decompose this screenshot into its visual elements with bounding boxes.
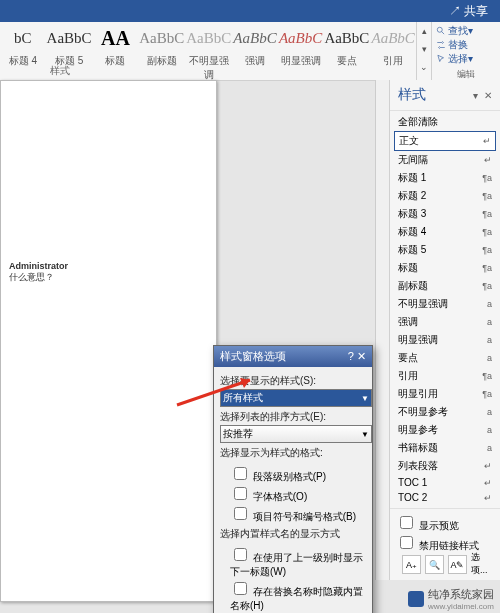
- clear-all-styles[interactable]: 全部清除: [394, 113, 496, 131]
- style-list-item[interactable]: 要点a: [394, 349, 496, 367]
- chk-font-format[interactable]: 字体格式(O): [230, 484, 366, 504]
- gallery-style-item[interactable]: AaBbC不明显强调: [185, 22, 232, 80]
- style-list-item[interactable]: 明显参考a: [394, 421, 496, 439]
- new-style-icon[interactable]: A₊: [402, 555, 421, 574]
- manage-styles-icon[interactable]: A✎: [448, 555, 467, 574]
- styles-group-label: 样式: [50, 64, 70, 78]
- ribbon: bC标题 4AaBbC标题 5AA标题AaBbC副标题AaBbC不明显强调AaB…: [0, 22, 500, 81]
- gallery-style-item[interactable]: AA标题: [93, 22, 139, 80]
- chk-list-format[interactable]: 项目符号和编号格式(B): [230, 504, 366, 524]
- document-content: Administrator 什么意思？: [1, 81, 216, 284]
- scroll-up-icon[interactable]: ▴: [417, 22, 431, 40]
- select-button[interactable]: 选择 ▾: [436, 52, 496, 66]
- gallery-style-item[interactable]: AaBbC明显强调: [278, 22, 324, 80]
- cursor-icon: [436, 54, 446, 64]
- style-list-item[interactable]: 标题 3¶a: [394, 205, 496, 223]
- gallery-style-item[interactable]: AaBbC要点: [323, 22, 370, 80]
- gallery-style-item[interactable]: AaBbC强调: [232, 22, 278, 80]
- options-link[interactable]: 选项...: [471, 555, 488, 572]
- editing-group: 查找 ▾ 替换 选择 ▾ 编辑: [431, 22, 500, 80]
- watermark: 纯净系统家园 www.yidaimei.com: [408, 587, 494, 611]
- label-format-group: 选择显示为样式的格式:: [220, 446, 366, 460]
- chevron-down-icon: ▼: [361, 430, 369, 439]
- label-sort-method: 选择列表的排序方式(E):: [220, 410, 366, 424]
- gallery-style-item[interactable]: bC标题 4: [0, 22, 46, 80]
- scroll-down-icon[interactable]: ▾: [417, 40, 431, 58]
- style-list-item[interactable]: TOC 2↵: [394, 490, 496, 505]
- gallery-style-item[interactable]: AaBbC引用: [370, 22, 416, 80]
- dialog-title: 样式窗格选项: [220, 349, 286, 364]
- style-list-item[interactable]: 不明显参考a: [394, 403, 496, 421]
- style-list-item[interactable]: 明显引用¶a: [394, 385, 496, 403]
- dialog-titlebar[interactable]: 样式窗格选项 ? ✕: [214, 346, 372, 367]
- doc-author: Administrator: [9, 261, 210, 271]
- combo-styles-to-show[interactable]: 所有样式▼: [220, 389, 372, 407]
- svg-point-0: [437, 27, 442, 32]
- style-inspector-icon[interactable]: 🔍: [425, 555, 444, 574]
- styles-pane-title: 样式: [398, 86, 426, 104]
- styles-pane-footer: 显示预览 禁用链接样式 A₊ 🔍 A✎ 选项...: [390, 508, 500, 580]
- gallery-more-icon[interactable]: ⌄: [417, 58, 431, 76]
- titlebar: ↗ 共享: [0, 0, 500, 22]
- style-list-item[interactable]: TOC 1↵: [394, 475, 496, 490]
- chk-show-next-heading[interactable]: 在使用了上一级别时显示下一标题(W): [230, 545, 366, 579]
- chevron-down-icon: ▼: [361, 394, 369, 403]
- replace-icon: [436, 40, 446, 50]
- chk-paragraph-format[interactable]: 段落级别格式(P): [230, 464, 366, 484]
- dialog-body: 选择要显示的样式(S): 所有样式▼ 选择列表的排序方式(E): 按推荐▼ 选择…: [214, 367, 372, 613]
- style-list-item[interactable]: 标题 5¶a: [394, 241, 496, 259]
- style-list-item[interactable]: 引用¶a: [394, 367, 496, 385]
- styles-pane: 样式 ▾ ✕ 全部清除 正文↵无间隔↵标题 1¶a标题 2¶a标题 3¶a标题 …: [389, 80, 500, 580]
- style-list-item[interactable]: 正文↵: [394, 131, 496, 151]
- style-pane-options-dialog: 样式窗格选项 ? ✕ 选择要显示的样式(S): 所有样式▼ 选择列表的排序方式(…: [213, 345, 373, 613]
- label-styles-to-show: 选择要显示的样式(S):: [220, 374, 366, 388]
- pane-controls: ▾ ✕: [473, 90, 492, 101]
- svg-line-1: [442, 32, 445, 35]
- replace-button[interactable]: 替换: [436, 38, 496, 52]
- gallery-style-item[interactable]: AaBbC副标题: [138, 22, 185, 80]
- style-list-item[interactable]: 书籍标题a: [394, 439, 496, 457]
- gallery-scroll[interactable]: ▴ ▾ ⌄: [416, 22, 431, 80]
- search-icon: [436, 26, 446, 36]
- chk-hide-builtin-name[interactable]: 存在替换名称时隐藏内置名称(H): [230, 579, 366, 613]
- styles-list[interactable]: 全部清除 正文↵无间隔↵标题 1¶a标题 2¶a标题 3¶a标题 4¶a标题 5…: [390, 111, 500, 508]
- dialog-close-icon[interactable]: ✕: [357, 350, 366, 362]
- style-list-item[interactable]: 标题 4¶a: [394, 223, 496, 241]
- style-list-item[interactable]: 标题 1¶a: [394, 169, 496, 187]
- find-button[interactable]: 查找 ▾: [436, 24, 496, 38]
- label-builtin-group: 选择内置样式名的显示方式: [220, 527, 366, 541]
- dialog-help-close: ? ✕: [348, 350, 366, 363]
- style-list-item[interactable]: 不明显强调a: [394, 295, 496, 313]
- pane-dropdown-icon[interactable]: ▾: [473, 90, 478, 101]
- document-page[interactable]: Administrator 什么意思？: [0, 80, 217, 602]
- watermark-icon: [408, 591, 424, 607]
- combo-sort-method[interactable]: 按推荐▼: [220, 425, 372, 443]
- dialog-help-icon[interactable]: ?: [348, 350, 354, 362]
- styles-pane-header: 样式 ▾ ✕: [390, 80, 500, 111]
- style-list-item[interactable]: 副标题¶a: [394, 277, 496, 295]
- style-list-item[interactable]: 标题 2¶a: [394, 187, 496, 205]
- style-list-item[interactable]: 列表段落↵: [394, 457, 496, 475]
- style-list-item[interactable]: 明显强调a: [394, 331, 496, 349]
- style-list-item[interactable]: 标题¶a: [394, 259, 496, 277]
- style-list-item[interactable]: 无间隔↵: [394, 151, 496, 169]
- share-button[interactable]: ↗ 共享: [449, 4, 488, 18]
- vertical-scrollbar[interactable]: [375, 80, 390, 580]
- doc-line: 什么意思？: [9, 271, 210, 284]
- style-list-item[interactable]: 强调a: [394, 313, 496, 331]
- pane-close-icon[interactable]: ✕: [484, 90, 492, 101]
- show-preview-checkbox[interactable]: 显示预览: [396, 513, 494, 533]
